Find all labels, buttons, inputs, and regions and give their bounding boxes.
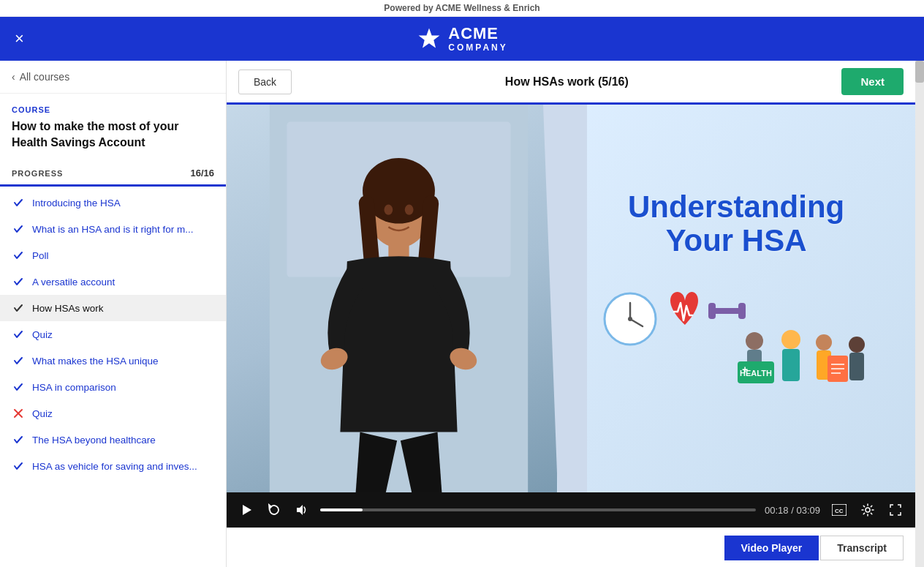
replay-button[interactable] [265,500,284,519]
cc-button[interactable]: CC [829,501,849,519]
video-player-tab[interactable]: Video Player [724,536,819,560]
header: × ACME COMPANY [0,17,924,61]
video-controls: 00:18 / 03:09 CC [227,492,915,527]
check-icon [12,354,25,367]
svg-rect-21 [708,303,716,319]
logo-star-icon [416,26,442,52]
progress-section: PROGRESS 16/16 [0,156,226,184]
svg-marker-0 [419,29,440,48]
lesson-label: The HSA beyond healthcare [32,435,156,446]
svg-point-30 [816,334,832,350]
replay-icon [268,503,281,517]
next-button[interactable]: Next [841,68,904,95]
video-person-background [227,105,571,492]
scrollbar-thumb[interactable] [915,61,924,83]
bottom-tabs: Video Player Transcript [227,527,915,567]
lesson-item[interactable]: How HSAs work [0,295,226,321]
lesson-label: What makes the HSA unique [32,356,159,367]
lesson-item[interactable]: HSA as vehicle for saving and inves... [0,453,226,479]
lesson-item[interactable]: The HSA beyond healthcare [0,427,226,453]
logo: ACME COMPANY [416,25,507,52]
svg-point-23 [746,332,763,350]
powered-by-text: Powered by ACME Wellness & Enrich [384,3,539,13]
lesson-label: HSA in comparison [32,382,116,393]
all-courses-label: All courses [20,71,69,83]
lesson-label: What is an HSA and is it right for m... [32,224,194,235]
cc-icon: CC [832,504,847,516]
all-courses-back[interactable]: ‹ All courses [0,61,226,94]
course-title: How to make the most of your Health Savi… [12,119,214,150]
check-icon [12,380,25,394]
content-area: Back How HSAs work (5/16) Next [227,61,915,567]
sidebar: ‹ All courses COURSE How to make the mos… [0,61,227,567]
svg-rect-22 [738,303,746,319]
video-title: Understanding Your HSA [628,190,844,258]
lesson-label: Quiz [32,408,53,419]
lesson-label: Quiz [32,329,53,340]
lesson-item[interactable]: HSA in comparison [0,374,226,400]
logo-text: ACME COMPANY [448,25,507,52]
lesson-item[interactable]: What makes the HSA unique [0,348,226,374]
scrollbar-track[interactable] [915,61,924,567]
nav-title: How HSAs work (5/16) [505,75,629,89]
svg-rect-29 [782,349,800,381]
lesson-label: How HSAs work [32,303,104,314]
settings-icon [861,503,874,517]
svg-point-28 [781,330,800,349]
course-info: COURSE How to make the most of your Heal… [0,94,226,156]
play-button[interactable] [237,500,256,519]
logo-company: COMPANY [448,43,507,53]
lesson-label: Introducing the HSA [32,198,121,209]
chevron-left-icon: ‹ [12,71,15,83]
check-icon [12,222,25,236]
svg-point-19 [628,317,632,321]
main-layout: ‹ All courses COURSE How to make the mos… [0,61,924,567]
lesson-item[interactable]: What is an HSA and is it right for m... [0,216,226,242]
svg-marker-40 [297,505,303,515]
course-label: COURSE [12,105,214,114]
logo-acme: ACME [448,25,507,42]
check-icon [12,301,25,315]
volume-button[interactable] [292,500,311,519]
check-icon [12,328,25,341]
transcript-tab[interactable]: Transcript [820,536,904,560]
time-display: 00:18 / 03:09 [765,505,820,516]
play-icon [240,503,253,517]
video-progress-track[interactable] [320,508,756,511]
lesson-item[interactable]: Quiz [0,321,226,348]
x-icon [12,407,25,420]
lesson-item[interactable]: Quiz [0,400,226,427]
lesson-list: Introducing the HSAWhat is an HSA and is… [0,187,226,491]
check-icon [12,275,25,288]
lesson-item[interactable]: A versatile account [0,269,226,295]
lesson-label: A versatile account [32,277,115,288]
fullscreen-button[interactable] [886,500,905,519]
nav-bar: Back How HSAs work (5/16) Next [227,61,915,105]
illustration-area: Understanding Your HSA [557,105,915,492]
svg-marker-14 [543,105,587,492]
check-icon [12,249,25,262]
svg-marker-38 [243,505,251,515]
progress-count: 16/16 [190,168,214,179]
powered-bar: Powered by ACME Wellness & Enrich [0,0,924,17]
lesson-item[interactable]: Poll [0,242,226,269]
close-button[interactable]: × [15,29,24,48]
health-illustration: HEALTH + [597,275,875,407]
lesson-label: Poll [32,250,49,261]
svg-point-12 [384,205,393,215]
svg-rect-37 [849,353,864,380]
lesson-item[interactable]: Introducing the HSA [0,189,226,216]
fullscreen-icon [889,503,902,517]
video-progress-fill [320,508,363,511]
svg-marker-39 [269,505,271,509]
diagonal-divider [543,105,587,492]
svg-point-13 [405,205,414,215]
progress-label: PROGRESS [12,169,63,178]
back-button[interactable]: Back [238,70,292,94]
svg-text:+: + [742,364,748,375]
volume-icon [295,503,308,517]
settings-button[interactable] [858,500,877,519]
video-container: Understanding Your HSA [227,105,915,527]
video-person-svg [227,105,571,492]
check-icon [12,433,25,446]
